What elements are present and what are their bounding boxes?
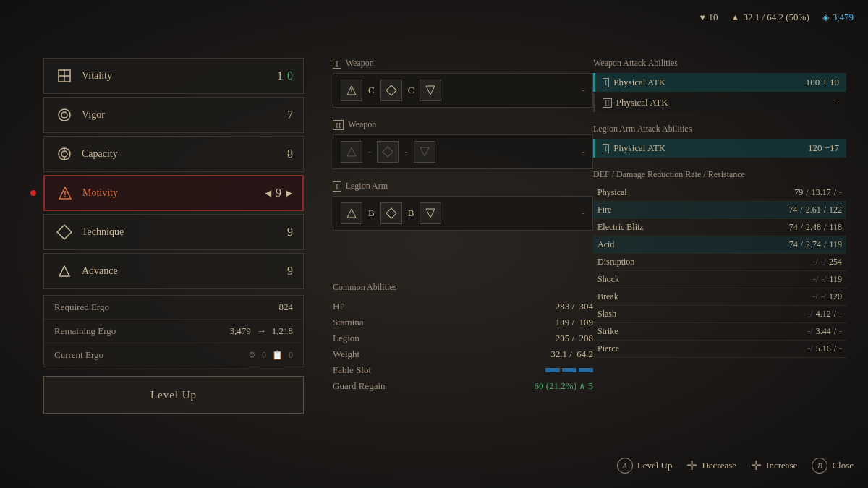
- def-row-fire: Fire 74/ 2.61/ 122: [593, 202, 846, 219]
- capacity-label: Capacity: [82, 148, 287, 160]
- vitality-wrapper: Vitality 1 0: [43, 58, 304, 94]
- svg-marker-18: [347, 147, 356, 156]
- def-physical-name: Physical: [597, 187, 663, 198]
- legion-slot1-icon[interactable]: [341, 202, 362, 224]
- hud-ergo: ◈ 3,479: [822, 12, 854, 23]
- capacity-current: 8: [287, 147, 293, 160]
- technique-wrapper: Technique 9: [43, 214, 304, 250]
- remaining-ergo-current: 3,479: [230, 325, 251, 337]
- weapon1-slot1-icon[interactable]: [341, 80, 362, 101]
- hud-health: ♥ 10: [699, 12, 718, 23]
- svg-marker-13: [59, 266, 69, 276]
- ctrl-decrease[interactable]: ✛ Decrease: [686, 458, 736, 474]
- level-up-button[interactable]: Level Up: [43, 376, 304, 414]
- def-row-physical: Physical 79/ 13.17/ -: [593, 184, 846, 202]
- vigor-label: Vigor: [82, 109, 287, 121]
- abilities-title: Common Abilities: [333, 282, 593, 293]
- required-ergo-number: 824: [279, 301, 294, 313]
- def-acid-name: Acid: [597, 239, 663, 250]
- vitality-current: 1: [277, 69, 283, 82]
- capacity-value: 8: [287, 147, 293, 160]
- weapon2-slot2-icon[interactable]: [377, 141, 399, 163]
- ability-hp-label: HP: [333, 301, 405, 312]
- ergo-count-1: 0: [262, 350, 266, 361]
- motivity-right-arrow[interactable]: ▶: [286, 188, 292, 199]
- motivity-value: ◀ 9 ▶: [265, 187, 292, 200]
- motivity-label: Motivity: [82, 187, 265, 199]
- required-ergo-value: 824: [279, 301, 294, 313]
- legion-slot2-icon[interactable]: [380, 202, 402, 224]
- weapon-attack-row-1: I Physical ATK 100 + 10: [593, 73, 846, 92]
- def-break-name: Break: [597, 291, 663, 302]
- current-ergo-label: Current Ergo: [54, 349, 248, 361]
- svg-rect-22: [386, 208, 396, 218]
- legion-dash: -: [582, 207, 585, 219]
- b-button[interactable]: B: [812, 458, 827, 474]
- ctrl-increase-label: Increase: [766, 460, 797, 471]
- ctrl-level-up[interactable]: A Level Up: [617, 458, 673, 474]
- vigor-wrapper: Vigor 7: [43, 97, 304, 133]
- def-electric-values: 74/ 2.48/ 118: [663, 222, 842, 233]
- weapon2-grade1: -: [368, 146, 371, 158]
- weapon1-name: Weapon: [346, 58, 374, 69]
- ergo-count-2: 0: [289, 350, 293, 361]
- vitality-value: 1 0: [277, 69, 293, 82]
- weapon-attack-name-1: Physical ATK: [613, 77, 805, 88]
- stats-panel: Vitality 1 0 Vigor 7: [43, 58, 304, 414]
- weapon2-slot1-icon[interactable]: [341, 141, 362, 163]
- svg-point-4: [61, 112, 67, 118]
- vitality-new: 0: [287, 69, 293, 82]
- weapon1-slot3-icon[interactable]: [420, 80, 441, 101]
- stat-item-vitality[interactable]: Vitality 1 0: [43, 58, 304, 94]
- weapon-attack-value-1: 100 + 10: [806, 77, 839, 88]
- ctrl-close[interactable]: B Close: [812, 458, 854, 474]
- fable-pip-3: [579, 368, 593, 372]
- required-ergo-row: Required Ergo 824: [44, 296, 303, 320]
- weapon-attack-value-2: -: [836, 97, 839, 108]
- def-fire-values: 74/ 2.61/ 122: [663, 205, 842, 215]
- ergo-icon-1: ⚙: [248, 350, 256, 361]
- weapon2-slot3-icon[interactable]: [414, 141, 435, 163]
- stat-item-motivity[interactable]: Motivity ◀ 9 ▶: [43, 175, 304, 211]
- svg-point-6: [61, 151, 67, 157]
- legion-grade1: B: [368, 207, 375, 219]
- def-row-shock: Shock -/ -/ 119: [593, 271, 846, 288]
- ability-weight: Weight 32.1 / 64.2: [333, 346, 593, 362]
- fable-pip-1: [545, 368, 560, 372]
- weapon1-slot2-icon[interactable]: [380, 80, 402, 101]
- legion-attack-title: Legion Arm Attack Abilities: [593, 124, 846, 134]
- def-row-acid: Acid 74/ 2.74/ 119: [593, 236, 846, 254]
- ergo-section: Required Ergo 824 Remaining Ergo 3,479 →…: [43, 295, 304, 367]
- ability-weight-value: 32.1 / 64.2: [550, 348, 593, 360]
- remaining-ergo-label: Remaining Ergo: [54, 325, 230, 337]
- a-button[interactable]: A: [617, 458, 633, 474]
- stat-item-vigor[interactable]: Vigor 7: [43, 97, 304, 133]
- ability-legion: Legion 205 / 208: [333, 330, 593, 346]
- legion-attack-name-1: Physical ATK: [613, 142, 808, 154]
- weapon-attack-name-2: Physical ATK: [616, 97, 836, 108]
- capacity-icon: [54, 144, 75, 164]
- stat-item-advance[interactable]: Advance 9: [43, 253, 304, 289]
- weapons-panel: I Weapon C C - II Wea: [333, 58, 593, 242]
- weapon1-dash: -: [582, 85, 585, 96]
- legion-slot3-icon[interactable]: [420, 202, 441, 224]
- def-slash-values: -/ 4.12/ -: [663, 309, 842, 320]
- ctrl-increase[interactable]: ✛ Increase: [751, 458, 797, 474]
- motivity-wrapper: Motivity ◀ 9 ▶: [43, 175, 304, 211]
- current-ergo-icons: ⚙ 0 📋 0: [248, 350, 293, 361]
- ability-guard: Guard Regain 60 (21.2%) ∧ 5: [333, 378, 593, 394]
- def-acid-values: 74/ 2.74/ 119: [663, 239, 842, 250]
- stat-item-technique[interactable]: Technique 9: [43, 214, 304, 250]
- stat-item-capacity[interactable]: Capacity 8: [43, 136, 304, 172]
- capacity-wrapper: Capacity 8: [43, 136, 304, 172]
- def-row-disruption: Disruption -/ -/ 254: [593, 254, 846, 271]
- decrease-plus-icon: ✛: [686, 458, 697, 474]
- def-disruption-values: -/ -/ 254: [663, 257, 842, 267]
- hud-weight: ▲ 32.1 / 64.2 (50%): [731, 12, 809, 23]
- svg-point-3: [59, 109, 70, 121]
- legion-attack-numeral-1: I: [603, 144, 609, 153]
- def-row-pierce: Pierce -/ 5.16/ -: [593, 341, 846, 358]
- motivity-current: 9: [276, 187, 281, 200]
- motivity-left-arrow[interactable]: ◀: [265, 188, 271, 199]
- weight-value: 32.1 / 64.2 (50%): [743, 12, 809, 23]
